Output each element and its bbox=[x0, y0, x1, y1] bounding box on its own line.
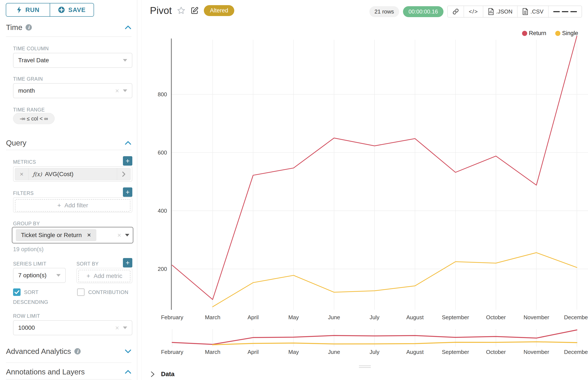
chevron-down-icon[interactable] bbox=[123, 59, 127, 62]
contribution-checkbox[interactable] bbox=[77, 288, 84, 296]
control-panel-sidebar: RUN SAVE Time i TIME COLUMN Travel Date … bbox=[0, 0, 137, 380]
caret-down-icon[interactable] bbox=[125, 234, 129, 236]
section-header-annotations[interactable]: Annotations and Layers bbox=[6, 368, 131, 376]
time-grain-value: month bbox=[18, 87, 115, 94]
clear-icon[interactable]: × bbox=[117, 232, 121, 239]
section-title: Advanced Analytics bbox=[6, 347, 71, 356]
time-grain-select[interactable]: month × bbox=[13, 83, 132, 98]
remove-metric-icon[interactable]: × bbox=[15, 168, 28, 180]
svg-text:400: 400 bbox=[158, 208, 167, 214]
add-filter-label: Add filter bbox=[64, 202, 88, 209]
save-button[interactable]: SAVE bbox=[50, 3, 94, 16]
section-title: Query bbox=[6, 139, 26, 147]
contribution-label: CONTRIBUTION bbox=[88, 289, 128, 295]
chevron-up-icon[interactable] bbox=[125, 370, 131, 374]
time-range-label: TIME RANGE bbox=[13, 107, 45, 113]
run-button-label: RUN bbox=[25, 6, 40, 14]
add-metric-plus-button[interactable]: + bbox=[123, 156, 132, 166]
share-link-button[interactable] bbox=[448, 6, 464, 17]
menu-icon bbox=[570, 11, 577, 12]
export-json-button[interactable]: .JSON bbox=[483, 6, 517, 17]
chevron-right-icon[interactable] bbox=[117, 168, 130, 180]
group-by-select[interactable]: Ticket Single or Return ✕ × bbox=[12, 227, 133, 244]
star-icon[interactable] bbox=[177, 6, 185, 15]
group-by-value: Ticket Single or Return bbox=[21, 232, 82, 239]
chevron-down-icon[interactable] bbox=[123, 89, 127, 92]
view-query-button[interactable]: </> bbox=[464, 6, 483, 17]
svg-text:February: February bbox=[161, 349, 183, 355]
info-icon[interactable]: i bbox=[25, 24, 32, 31]
export-csv-label: .CSV bbox=[530, 8, 544, 15]
chart-menu-button[interactable] bbox=[548, 6, 582, 17]
plus-circle-icon bbox=[58, 6, 65, 13]
header-actions: 21 rows 00:00:00.16 </> .JSON .CSV bbox=[369, 6, 582, 18]
range-brush-chart[interactable]: FebruaryMarchAprilMayJuneJulyAugustSepte… bbox=[141, 326, 588, 362]
line-chart[interactable]: 200400600800FebruaryMarchAprilMayJuneJul… bbox=[141, 30, 588, 325]
series-limit-label: SERIES LIMIT bbox=[13, 261, 46, 267]
add-metric-label: Add metric bbox=[94, 273, 122, 279]
section-header-advanced-analytics[interactable]: Advanced Analytics i bbox=[6, 347, 131, 356]
edit-icon[interactable] bbox=[191, 6, 199, 15]
resize-handle[interactable] bbox=[359, 365, 371, 369]
section-header-time[interactable]: Time i bbox=[6, 23, 131, 32]
clear-icon[interactable]: × bbox=[115, 88, 119, 94]
svg-text:July: July bbox=[370, 349, 379, 355]
svg-text:July: July bbox=[370, 314, 379, 321]
add-filter-button[interactable]: + Add filter bbox=[15, 199, 130, 212]
chevron-up-icon[interactable] bbox=[125, 25, 131, 30]
series-limit-value: 7 option(s) bbox=[18, 272, 56, 279]
section-header-query[interactable]: Query bbox=[6, 139, 131, 147]
info-icon[interactable]: i bbox=[74, 348, 81, 355]
add-sort-metric-plus-button[interactable]: + bbox=[123, 258, 132, 267]
chevron-right-icon bbox=[150, 371, 155, 378]
svg-text:April: April bbox=[247, 314, 259, 321]
svg-text:June: June bbox=[328, 349, 340, 355]
chevron-down-icon[interactable] bbox=[56, 274, 61, 277]
function-icon: ƒ(x) bbox=[33, 171, 42, 177]
row-limit-select[interactable]: 10000 × bbox=[13, 320, 132, 335]
altered-badge[interactable]: Altered bbox=[204, 5, 234, 16]
metric-pill[interactable]: × ƒ(x) AVG(Cost) bbox=[15, 168, 131, 180]
chevron-down-icon[interactable] bbox=[125, 349, 131, 354]
group-by-value-pill[interactable]: Ticket Single or Return ✕ bbox=[16, 229, 96, 241]
chevron-down-icon[interactable] bbox=[123, 326, 127, 329]
svg-text:October: October bbox=[486, 349, 506, 355]
filters-container: + Add filter bbox=[13, 197, 132, 213]
json-file-icon bbox=[488, 8, 494, 15]
svg-text:May: May bbox=[288, 314, 299, 321]
add-filter-plus-button[interactable]: + bbox=[123, 188, 132, 197]
chevron-up-icon[interactable] bbox=[125, 141, 131, 145]
svg-text:August: August bbox=[406, 349, 424, 355]
sort-descending-checkbox[interactable] bbox=[13, 288, 20, 296]
svg-text:September: September bbox=[442, 314, 469, 321]
divider bbox=[6, 379, 131, 380]
clear-icon[interactable]: × bbox=[115, 324, 119, 331]
time-range-pill[interactable]: -∞ ≤ col < ∞ bbox=[13, 113, 55, 124]
time-column-value: Travel Date bbox=[18, 57, 123, 64]
section-title: Time bbox=[6, 23, 22, 32]
series-limit-select[interactable]: 7 option(s) bbox=[13, 268, 66, 283]
csv-file-icon bbox=[522, 8, 528, 15]
page-title: Pivot bbox=[150, 5, 172, 16]
svg-text:200: 200 bbox=[158, 266, 167, 272]
svg-text:March: March bbox=[205, 314, 220, 321]
svg-text:March: March bbox=[205, 349, 220, 355]
divider bbox=[6, 36, 131, 37]
divider bbox=[6, 150, 131, 150]
sort-descending-label: SORT bbox=[24, 289, 39, 295]
svg-text:June: June bbox=[328, 314, 340, 321]
row-count-badge: 21 rows bbox=[369, 6, 399, 17]
data-panel-toggle[interactable]: Data bbox=[150, 371, 175, 378]
export-csv-button[interactable]: .CSV bbox=[517, 6, 548, 17]
time-column-label: TIME COLUMN bbox=[13, 46, 49, 52]
plus-icon: + bbox=[86, 272, 90, 280]
section-title: Annotations and Layers bbox=[6, 368, 85, 376]
add-sort-metric-button[interactable]: + Add metric bbox=[78, 270, 130, 282]
divider bbox=[6, 362, 131, 363]
menu-icon bbox=[553, 11, 560, 12]
filters-label: FILTERS bbox=[13, 190, 34, 196]
group-by-options-hint: 19 option(s) bbox=[13, 246, 44, 253]
time-column-select[interactable]: Travel Date bbox=[13, 53, 132, 68]
run-button[interactable]: RUN bbox=[6, 3, 50, 16]
remove-value-icon[interactable]: ✕ bbox=[87, 232, 91, 238]
